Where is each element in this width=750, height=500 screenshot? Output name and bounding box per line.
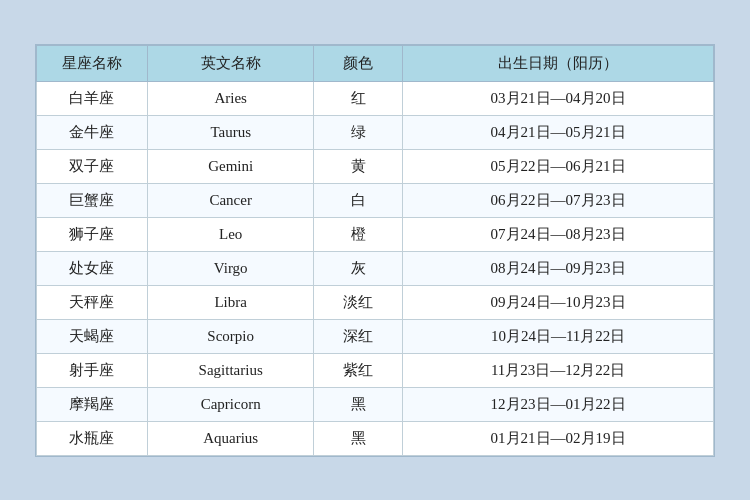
- cell-color: 深红: [314, 319, 403, 353]
- table-header-row: 星座名称 英文名称 颜色 出生日期（阳历）: [37, 45, 714, 81]
- table-row: 射手座Sagittarius紫红11月23日—12月22日: [37, 353, 714, 387]
- cell-chinese: 巨蟹座: [37, 183, 148, 217]
- header-chinese: 星座名称: [37, 45, 148, 81]
- cell-chinese: 天蝎座: [37, 319, 148, 353]
- cell-date: 12月23日—01月22日: [403, 387, 714, 421]
- table-row: 金牛座Taurus绿04月21日—05月21日: [37, 115, 714, 149]
- cell-color: 黄: [314, 149, 403, 183]
- cell-chinese: 摩羯座: [37, 387, 148, 421]
- cell-chinese: 射手座: [37, 353, 148, 387]
- cell-english: Aquarius: [147, 421, 313, 455]
- cell-date: 01月21日—02月19日: [403, 421, 714, 455]
- table-row: 巨蟹座Cancer白06月22日—07月23日: [37, 183, 714, 217]
- table-row: 水瓶座Aquarius黑01月21日—02月19日: [37, 421, 714, 455]
- cell-date: 09月24日—10月23日: [403, 285, 714, 319]
- cell-color: 紫红: [314, 353, 403, 387]
- cell-color: 淡红: [314, 285, 403, 319]
- cell-english: Taurus: [147, 115, 313, 149]
- cell-date: 04月21日—05月21日: [403, 115, 714, 149]
- header-date: 出生日期（阳历）: [403, 45, 714, 81]
- cell-chinese: 水瓶座: [37, 421, 148, 455]
- cell-date: 10月24日—11月22日: [403, 319, 714, 353]
- header-english: 英文名称: [147, 45, 313, 81]
- cell-color: 橙: [314, 217, 403, 251]
- cell-date: 06月22日—07月23日: [403, 183, 714, 217]
- cell-english: Sagittarius: [147, 353, 313, 387]
- table-row: 天蝎座Scorpio深红10月24日—11月22日: [37, 319, 714, 353]
- table-row: 摩羯座Capricorn黑12月23日—01月22日: [37, 387, 714, 421]
- cell-date: 11月23日—12月22日: [403, 353, 714, 387]
- cell-english: Gemini: [147, 149, 313, 183]
- cell-date: 07月24日—08月23日: [403, 217, 714, 251]
- cell-english: Cancer: [147, 183, 313, 217]
- cell-chinese: 双子座: [37, 149, 148, 183]
- cell-color: 白: [314, 183, 403, 217]
- cell-chinese: 狮子座: [37, 217, 148, 251]
- cell-chinese: 金牛座: [37, 115, 148, 149]
- cell-english: Libra: [147, 285, 313, 319]
- cell-english: Capricorn: [147, 387, 313, 421]
- cell-chinese: 处女座: [37, 251, 148, 285]
- table-row: 狮子座Leo橙07月24日—08月23日: [37, 217, 714, 251]
- zodiac-table: 星座名称 英文名称 颜色 出生日期（阳历） 白羊座Aries红03月21日—04…: [36, 45, 714, 456]
- cell-english: Aries: [147, 81, 313, 115]
- table-row: 白羊座Aries红03月21日—04月20日: [37, 81, 714, 115]
- table-row: 双子座Gemini黄05月22日—06月21日: [37, 149, 714, 183]
- cell-date: 08月24日—09月23日: [403, 251, 714, 285]
- cell-color: 黑: [314, 421, 403, 455]
- cell-english: Scorpio: [147, 319, 313, 353]
- table-body: 白羊座Aries红03月21日—04月20日金牛座Taurus绿04月21日—0…: [37, 81, 714, 455]
- header-color: 颜色: [314, 45, 403, 81]
- cell-color: 绿: [314, 115, 403, 149]
- cell-color: 红: [314, 81, 403, 115]
- cell-color: 黑: [314, 387, 403, 421]
- cell-english: Virgo: [147, 251, 313, 285]
- cell-date: 03月21日—04月20日: [403, 81, 714, 115]
- table-row: 处女座Virgo灰08月24日—09月23日: [37, 251, 714, 285]
- cell-chinese: 天秤座: [37, 285, 148, 319]
- cell-english: Leo: [147, 217, 313, 251]
- cell-date: 05月22日—06月21日: [403, 149, 714, 183]
- cell-chinese: 白羊座: [37, 81, 148, 115]
- cell-color: 灰: [314, 251, 403, 285]
- zodiac-table-container: 星座名称 英文名称 颜色 出生日期（阳历） 白羊座Aries红03月21日—04…: [35, 44, 715, 457]
- table-row: 天秤座Libra淡红09月24日—10月23日: [37, 285, 714, 319]
